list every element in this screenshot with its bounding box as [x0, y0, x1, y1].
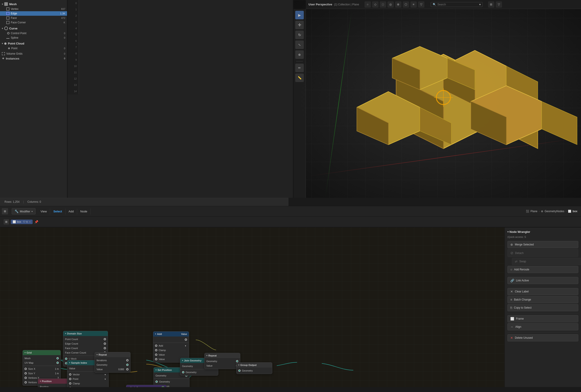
tab-shield-icon: 🛡: [23, 220, 26, 223]
viewport-icon-6[interactable]: ⬡: [403, 1, 409, 8]
tab-pin-icon[interactable]: 📌: [34, 220, 38, 224]
position-chevron: ▾: [40, 380, 41, 382]
rotate-tool[interactable]: ↻: [295, 30, 304, 39]
instances-item[interactable]: ✦ Instances 0: [0, 56, 67, 61]
cursor-tool[interactable]: ▶: [295, 11, 304, 19]
curve-section: ▾ Curve Control Point 0 Spline 0: [0, 26, 67, 40]
transform-tool[interactable]: ⊕: [295, 50, 304, 59]
viewport-icon-3[interactable]: □: [380, 1, 386, 8]
batch-icon: ≡: [510, 298, 512, 301]
svg-marker-10: [542, 101, 577, 145]
node-layout-icon[interactable]: ⊞: [4, 219, 9, 224]
detach-button[interactable]: ⊘ Detach: [508, 249, 578, 257]
vertex-item[interactable]: Vertex 837: [0, 7, 67, 11]
swap-button[interactable]: ⇄ Swap: [512, 258, 581, 265]
viewport-icon-8[interactable]: ▽: [418, 1, 424, 8]
viewport-icon-1[interactable]: ○: [364, 1, 371, 8]
measure-tool[interactable]: 📏: [295, 73, 304, 82]
viewport-3d[interactable]: ▶ ✛ ↻ ⤡ ⊕ ✏ 📏 User Perspective (1) Colle…: [293, 0, 581, 198]
join-geo-in: [182, 371, 184, 373]
domain-size-pointcount-socket: [104, 338, 106, 340]
viewport-icon-2[interactable]: ◇: [372, 1, 378, 8]
tab-close-icon[interactable]: ✕: [29, 220, 31, 223]
curve-header[interactable]: ▾ Curve: [0, 26, 67, 31]
merge-icon: ⊕: [510, 243, 513, 246]
grid-chevron: ▾: [24, 352, 26, 354]
viewport-icon-4[interactable]: ◎: [388, 1, 394, 8]
middle-toolbar: ⊞ 🔧 Modifier ▾ View Select Add Node ⬛ Pl…: [0, 206, 581, 217]
node-repeat-2[interactable]: ▾ Repeat Geometry Value: [204, 353, 240, 369]
control-point-item[interactable]: Control Point 0: [0, 31, 67, 35]
view-button[interactable]: View: [37, 208, 50, 214]
panel-title: ▾ Node Wrangler: [508, 230, 578, 233]
link-icon: 🔗: [510, 279, 514, 282]
left-stats-panel: ▾ Mesh Vertex 837 Edge 1.3K Face 472: [0, 0, 68, 198]
add-reroute-button[interactable]: ○ Add Reroute: [508, 266, 578, 273]
search-input[interactable]: [438, 3, 478, 6]
merge-selected-button[interactable]: ⊕ Merge Selected: [508, 241, 578, 248]
modifier-dropdown-arrow: ▾: [32, 210, 33, 213]
instances-icon: ✦: [2, 57, 4, 60]
point-cloud-section: ▾ Point Cloud Point 0: [0, 41, 67, 51]
curve-arrow: ▾: [2, 27, 3, 30]
node-node-group[interactable]: ▾ NodeGroup Geometry NodeGro... Max ID X…: [126, 385, 166, 387]
node-toolbar: ⊞ ⬜ box 🛡 ⎘ ✕ 📌: [0, 217, 581, 227]
node-repeat-1[interactable]: ▾ Repeat Iterations Geometry Value 0.000: [94, 352, 130, 373]
toolbar-sep-1: [296, 61, 303, 61]
copy-to-select-button[interactable]: ⎘ Copy to Select: [508, 304, 578, 311]
reroute-icon: ○: [510, 268, 512, 271]
search-dropdown-arrow[interactable]: ▾: [479, 3, 481, 6]
tab-copy-icon[interactable]: ⎘: [26, 220, 28, 223]
frame-icon: ⬜: [510, 317, 514, 321]
annotate-tool[interactable]: ✏: [295, 64, 304, 72]
breadcrumb-sep-1: ›: [539, 210, 540, 213]
point-item[interactable]: Point 0: [0, 46, 67, 51]
row-8: 8: [68, 50, 78, 57]
panel-title-arrow: ▾: [508, 231, 508, 233]
sampleindex-chevron: ▾: [69, 362, 70, 364]
frame-button[interactable]: ⬜ Frame: [508, 315, 578, 322]
delete-unused-button[interactable]: ✕ Delete Unused: [508, 334, 578, 341]
volume-grids-item[interactable]: Volume Grids 0: [0, 51, 67, 56]
panel-hint: (Quick access: S: [508, 235, 578, 239]
scale-tool[interactable]: ⤡: [295, 40, 304, 49]
row-12: 12: [68, 75, 78, 82]
bottom-area: ▾ Domain Size Point Count Edge Count Fac…: [0, 227, 581, 387]
node-editor[interactable]: ▾ Domain Size Point Count Edge Count Fac…: [0, 227, 504, 387]
domain-size-facecount-socket: [104, 347, 106, 349]
breadcrumb-icon-plane: ⬛: [526, 210, 529, 213]
modifier-dropdown[interactable]: 🔧 Modifier ▾: [12, 208, 36, 214]
node-button[interactable]: Node: [77, 208, 91, 214]
align-button[interactable]: ↔ Align: [508, 323, 578, 330]
layout-icon[interactable]: ⊞: [2, 208, 8, 214]
viewport-filter-icon[interactable]: ▽: [496, 1, 502, 8]
viewport-icon-5[interactable]: ⊕: [395, 1, 402, 8]
grid-sizex-in: [24, 368, 27, 370]
box-node-tab[interactable]: ⬜ box 🛡 ⎘ ✕: [11, 220, 33, 224]
face-corner-item[interactable]: Face Corner K: [0, 20, 67, 25]
viewport-icon-7[interactable]: ≡: [410, 1, 417, 8]
row-11: 11: [68, 69, 78, 75]
link-active-button[interactable]: 🔗 Link Active: [508, 277, 578, 284]
right-panel: ▾ Node Wrangler (Quick access: S ⊕ Merge…: [504, 227, 581, 387]
point-icon: [8, 47, 10, 49]
add-button[interactable]: Add: [66, 208, 77, 214]
clear-label-button[interactable]: ✕ Clear Label: [508, 288, 578, 295]
viewport-overlay-icon[interactable]: ⊞: [488, 1, 494, 8]
spline-item[interactable]: Spline 0: [0, 35, 67, 40]
mesh-header[interactable]: ▾ Mesh: [0, 1, 67, 7]
move-tool[interactable]: ✛: [295, 21, 304, 29]
sampleindex-geo-in: [69, 387, 71, 387]
point-cloud-header[interactable]: ▾ Point Cloud: [0, 41, 67, 46]
face-icon: [6, 16, 10, 19]
panel-divider-3: [508, 313, 578, 313]
face-item[interactable]: Face 472: [0, 16, 67, 20]
edge-item[interactable]: Edge 1.3K: [0, 11, 67, 16]
search-bar[interactable]: 🔍 ▾: [431, 2, 483, 7]
select-button[interactable]: Select: [50, 208, 65, 214]
batch-change-button[interactable]: ≡ Batch Change: [508, 296, 578, 303]
node-group-output[interactable]: ▾ Group Output Geometry: [236, 362, 272, 374]
modifier-icon: 🔧: [15, 209, 18, 213]
viewport-title-area: User Perspective (1) Collection | Plane: [308, 3, 359, 6]
repeat1-iter-out: [126, 359, 128, 362]
